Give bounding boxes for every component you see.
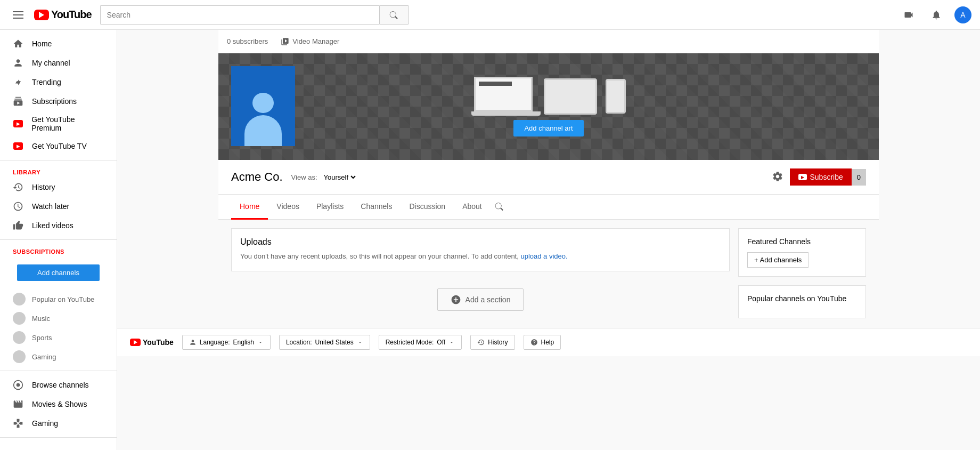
- tab-channels[interactable]: Channels: [352, 195, 401, 220]
- location-button[interactable]: Location: United States: [279, 335, 370, 350]
- language-chevron-icon: [257, 339, 264, 345]
- channel-search-svg: [495, 202, 504, 211]
- sidebar-bottom-section: Browse channels Movies & Shows Gaming: [0, 371, 117, 438]
- add-channels-button[interactable]: Add channels: [17, 264, 100, 281]
- search-input[interactable]: [100, 5, 379, 25]
- add-channel-art-button[interactable]: Add channel art: [513, 120, 583, 136]
- tab-discussion[interactable]: Discussion: [401, 195, 454, 220]
- sidebar-item-home[interactable]: Home: [0, 34, 117, 53]
- history-footer-button[interactable]: History: [470, 335, 514, 350]
- add-channels-link-button[interactable]: + Add channels: [747, 252, 808, 268]
- video-manager-button[interactable]: Video Manager: [281, 37, 339, 46]
- tab-videos[interactable]: Videos: [268, 195, 308, 220]
- sidebar-item-gaming[interactable]: Gaming: [0, 414, 117, 433]
- sidebar-item-liked-videos[interactable]: Liked videos: [0, 216, 117, 235]
- trending-label: Trending: [32, 78, 61, 86]
- library-title: LIBRARY: [0, 165, 117, 178]
- sidebar: Home My channel Trending Subscriptions: [0, 30, 117, 450]
- footer-logo-text: YouTube: [143, 338, 174, 347]
- subscribe-button[interactable]: ▶ Subscribe: [790, 168, 852, 186]
- hamburger-button[interactable]: [9, 5, 28, 25]
- gaming-label: Gaming: [32, 353, 56, 361]
- home-icon: [13, 38, 23, 49]
- laptop-screen-bar: [479, 82, 512, 86]
- logo-link[interactable]: YouTube: [34, 9, 92, 21]
- sports-icon: [13, 331, 26, 344]
- avatar[interactable]: A: [954, 6, 971, 23]
- channel-info-right: ▶ Subscribe 0: [772, 168, 867, 186]
- restricted-mode-button[interactable]: Restricted Mode: Off: [379, 335, 462, 350]
- sidebar-item-get-premium[interactable]: ▶ Get YouTube Premium: [0, 111, 117, 136]
- history-icon: [13, 182, 23, 192]
- video-manager-icon: [281, 37, 289, 46]
- sidebar-sub-sports[interactable]: Sports: [0, 328, 117, 347]
- home-label: Home: [32, 39, 52, 48]
- sidebar-sub-popular[interactable]: Popular on YouTube: [0, 290, 117, 309]
- uploads-empty-text: You don't have any recent uploads, so th…: [240, 251, 721, 262]
- channel-search-icon[interactable]: [491, 196, 509, 218]
- subscribe-label: Subscribe: [810, 173, 843, 181]
- sidebar-item-subscriptions[interactable]: Subscriptions: [0, 92, 117, 111]
- featured-channels-panel: Featured Channels + Add channels: [738, 228, 866, 277]
- sidebar-item-get-tv[interactable]: ▶ Get YouTube TV: [0, 136, 117, 156]
- tab-home[interactable]: Home: [231, 195, 268, 220]
- device-icons: [471, 77, 626, 116]
- restricted-label: Restricted Mode:: [386, 339, 434, 346]
- device-laptop: [471, 77, 535, 116]
- search-icon: [389, 10, 399, 20]
- trending-icon: [13, 77, 23, 87]
- browse-channels-label: Browse channels: [32, 381, 89, 389]
- tab-about[interactable]: About: [454, 195, 491, 220]
- search-button[interactable]: [379, 5, 409, 25]
- person-icon: [13, 58, 23, 68]
- gamepad-icon: [13, 418, 23, 429]
- upload-button[interactable]: [899, 5, 918, 25]
- location-value: United States: [315, 339, 354, 346]
- youtube-premium-icon: ▶: [13, 118, 23, 129]
- gaming-bottom-label: Gaming: [32, 419, 58, 428]
- liked-videos-label: Liked videos: [32, 221, 74, 230]
- language-label: Language:: [200, 339, 230, 346]
- help-button[interactable]: Help: [524, 335, 561, 350]
- music-icon: [13, 312, 26, 325]
- browse-icon: [13, 380, 23, 390]
- channel-tabs: Home Videos Playlists Channels Discussio…: [218, 195, 879, 220]
- view-as-select[interactable]: Yourself: [322, 173, 357, 182]
- search-bar: [100, 5, 409, 25]
- subscriptions-icon: [13, 96, 23, 107]
- sidebar-sub-gaming[interactable]: Gaming: [0, 347, 117, 366]
- add-section-button[interactable]: Add a section: [437, 288, 524, 311]
- sidebar-item-trending[interactable]: Trending: [0, 73, 117, 92]
- sidebar-item-my-channel[interactable]: My channel: [0, 53, 117, 73]
- channel-name: Acme Co.: [231, 170, 283, 184]
- bell-icon: [931, 10, 942, 20]
- body-wrap: Home My channel Trending Subscriptions: [0, 30, 980, 450]
- footer: YouTube Language: English Location: Unit…: [117, 328, 980, 356]
- settings-icon: [772, 171, 783, 182]
- sidebar-item-watch-later[interactable]: Watch later: [0, 197, 117, 216]
- sidebar-item-history[interactable]: History: [0, 178, 117, 197]
- restricted-chevron-icon: [448, 339, 455, 345]
- sidebar-sub-music[interactable]: Music: [0, 309, 117, 328]
- help-label: Help: [541, 339, 554, 346]
- top-nav: YouTube A: [0, 0, 980, 30]
- restricted-value: Off: [437, 339, 445, 346]
- language-button[interactable]: Language: English: [182, 335, 271, 350]
- channel-info-bar: Acme Co. View as: Yourself ▶: [218, 160, 879, 195]
- sidebar-item-browse-channels[interactable]: Browse channels: [0, 375, 117, 395]
- nav-right: A: [899, 5, 971, 25]
- tab-playlists[interactable]: Playlists: [308, 195, 352, 220]
- channel-meta-bar: 0 subscribers Video Manager: [218, 30, 879, 53]
- sidebar-item-movies-shows[interactable]: Movies & Shows: [0, 395, 117, 414]
- get-tv-label: Get YouTube TV: [32, 142, 87, 150]
- channel-main-area: Uploads You don't have any recent upload…: [231, 228, 730, 319]
- logo-text: YouTube: [51, 9, 92, 21]
- footer-logo-icon: [130, 339, 141, 346]
- upload-video-link[interactable]: upload a video.: [520, 252, 567, 260]
- notifications-button[interactable]: [927, 5, 946, 25]
- channel-banner: Add channel art: [218, 53, 879, 160]
- laptop-screen: [474, 77, 533, 111]
- svg-point-1: [17, 383, 20, 387]
- channel-settings-button[interactable]: [772, 171, 783, 184]
- footer-logo: YouTube: [130, 338, 174, 347]
